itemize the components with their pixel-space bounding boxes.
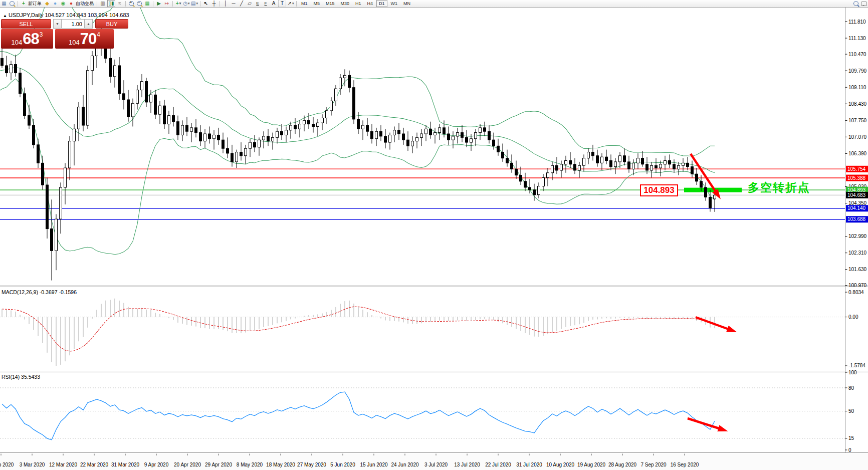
zoom-out-icon[interactable]: − xyxy=(136,1,143,7)
toolbar-separator xyxy=(220,1,220,7)
text-tool-icon[interactable]: A xyxy=(270,1,277,7)
fibo-expansion-icon[interactable]: F xyxy=(262,1,269,7)
sell-button[interactable]: SELL xyxy=(1,19,51,29)
fibonacci-icon[interactable]: E xyxy=(254,1,261,7)
volume-increase-button[interactable]: ▲ xyxy=(84,19,93,29)
timeframe-m30[interactable]: M30 xyxy=(338,0,352,7)
sell-price-base: 104 xyxy=(12,39,23,46)
price-tick: 102.310 xyxy=(848,250,867,256)
timeframe-m5[interactable]: M5 xyxy=(311,0,323,7)
symbol-info-line: ▲USDJPY,Daily 104.527 104.843 103.994 10… xyxy=(3,12,129,18)
turning-point-text[interactable]: 多空转折点 xyxy=(748,180,810,195)
chart-shift-icon[interactable]: ↦ xyxy=(163,1,170,7)
crosshair-icon[interactable]: ┼ xyxy=(210,1,218,7)
text-label-icon[interactable]: T xyxy=(278,1,286,7)
macd-tick: 0.00 xyxy=(848,314,858,320)
tile-windows-icon[interactable]: ▦ xyxy=(144,1,151,7)
volume-input[interactable] xyxy=(61,19,85,29)
date-tick: 22 Mar 2020 xyxy=(80,462,109,467)
date-tick: 3 Jul 2020 xyxy=(424,462,448,467)
buy-button[interactable]: BUY xyxy=(95,19,128,29)
channel-icon[interactable]: ▱ xyxy=(246,1,253,7)
timeframe-mn[interactable]: MN xyxy=(401,0,413,7)
rsi-tick: 50 xyxy=(848,408,854,414)
preview-icon[interactable] xyxy=(9,1,16,7)
toolbar-separator xyxy=(200,1,200,7)
toolbar-separator xyxy=(172,1,173,7)
rsi-tick: 80 xyxy=(848,385,854,391)
date-axis[interactable]: 3 Feb 20203 Mar 202012 Mar 202022 Mar 20… xyxy=(0,453,868,470)
date-tick: 8 May 2020 xyxy=(237,462,263,467)
price-tick: 111.130 xyxy=(848,36,866,41)
collapse-arrow-icon[interactable]: ▲ xyxy=(3,14,7,18)
timeframe-m1[interactable]: M1 xyxy=(299,0,310,7)
horizontal-line-icon[interactable]: ─ xyxy=(230,1,237,7)
date-tick: 18 May 2020 xyxy=(266,462,295,467)
date-tick: 9 Apr 2020 xyxy=(144,462,169,467)
ohlc-text: USDJPY,Daily 104.527 104.843 103.994 104… xyxy=(9,12,129,18)
templates-icon[interactable]: ▤▾ xyxy=(191,1,198,7)
sell-price-main: 68 xyxy=(23,30,39,48)
price-tick: 101.630 xyxy=(848,267,867,272)
price-tick: 110.470 xyxy=(848,52,866,57)
timeframe-w1[interactable]: W1 xyxy=(388,0,400,7)
price-tick: 109.110 xyxy=(848,85,866,90)
new-order-icon[interactable]: + xyxy=(20,1,27,7)
date-tick: 31 Jul 2020 xyxy=(516,462,542,467)
date-tick: 28 Aug 2020 xyxy=(608,462,637,467)
price-tick: 100.970 xyxy=(848,283,867,288)
bar-chart-icon[interactable]: ▥ xyxy=(99,1,106,7)
vertical-line-icon[interactable]: │ xyxy=(222,1,229,7)
periods-icon[interactable]: ◷▾ xyxy=(183,1,190,7)
volume-decrease-button[interactable]: ▼ xyxy=(53,19,62,29)
line-chart-icon[interactable]: ≈ xyxy=(116,1,123,7)
search-icon[interactable] xyxy=(852,1,859,7)
timeframe-h4[interactable]: H4 xyxy=(365,0,376,7)
date-tick: 31 Mar 2020 xyxy=(111,462,140,467)
zoom-in-icon[interactable]: + xyxy=(128,1,135,7)
toolbar-separator xyxy=(125,1,126,7)
date-tick: 10 Aug 2020 xyxy=(546,462,575,467)
timeframe-m15[interactable]: M15 xyxy=(323,0,337,7)
price-badge-value: 104.140 xyxy=(847,205,866,211)
date-tick: 15 Jun 2020 xyxy=(360,462,387,467)
date-tick: 3 Feb 2020 xyxy=(0,462,14,467)
autotrade-icon[interactable]: ● xyxy=(68,1,75,7)
indicators-icon[interactable]: +▾ xyxy=(175,1,182,7)
buy-price-tile[interactable]: 104 70 4 xyxy=(55,29,114,49)
date-tick: 7 Sep 2020 xyxy=(640,462,667,467)
arrows-tool-icon[interactable]: ↗▾ xyxy=(287,1,294,7)
chart-canvas[interactable]: 111.810111.130110.470109.790109.110108.4… xyxy=(0,0,868,470)
rsi-tick: 15 xyxy=(848,435,854,441)
date-tick: 19 Aug 2020 xyxy=(577,462,606,467)
new-order-label[interactable]: 新订单 xyxy=(28,1,42,7)
macd-indicator-label: MACD(12,26,9) -0.3697 -0.1596 xyxy=(2,289,77,295)
mt4-terminal: { "header": { "symbol_info": "USDJPY,Dai… xyxy=(0,0,868,470)
community-icon[interactable]: ● xyxy=(52,1,59,7)
buy-price-main: 70 xyxy=(80,30,96,48)
date-tick: 27 May 2020 xyxy=(297,462,326,467)
timeframe-h1[interactable]: H1 xyxy=(353,0,364,7)
signals-icon[interactable]: ◉ xyxy=(60,1,67,7)
trendline-icon[interactable]: ╱ xyxy=(238,1,245,7)
macd-tick: -1.5784 xyxy=(848,363,865,368)
candlestick-chart-icon[interactable]: ▯▮ xyxy=(107,0,115,7)
price-callout-104893[interactable]: 104.893 xyxy=(640,184,678,196)
auto-scroll-icon[interactable]: ▶ xyxy=(155,1,162,7)
date-tick: 24 Jun 2020 xyxy=(391,462,418,467)
chart-window-icon[interactable]: ▦ xyxy=(1,1,8,7)
sell-price-tile[interactable]: 104 68 3 xyxy=(1,29,53,49)
timeframe-d1[interactable]: D1 xyxy=(376,0,387,7)
date-tick: 20 Apr 2020 xyxy=(174,462,201,467)
buy-price-base: 104 xyxy=(69,39,80,46)
toolbar-separator xyxy=(18,1,18,7)
macd-tick: 0.8034 xyxy=(848,290,864,295)
price-tick: 102.990 xyxy=(848,233,867,239)
cursor-icon[interactable]: ↖ xyxy=(202,1,209,7)
chat-icon[interactable] xyxy=(860,1,867,7)
market-icon[interactable]: ◆ xyxy=(44,1,51,7)
rsi-indicator-label: RSI(14) 35.5433 xyxy=(2,374,40,380)
date-tick: 5 Jun 2020 xyxy=(330,462,355,467)
date-tick: 16 Sep 2020 xyxy=(671,462,699,467)
autotrade-label[interactable]: 自动交易 xyxy=(76,1,94,7)
